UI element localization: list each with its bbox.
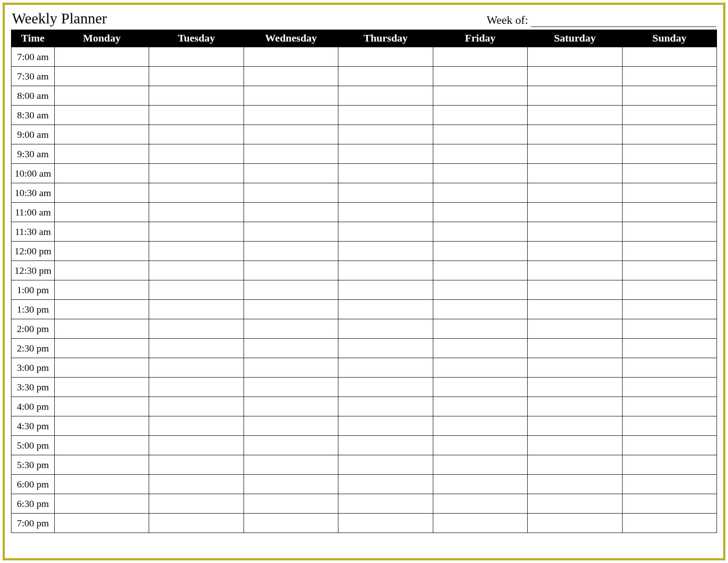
slot-cell[interactable]: [338, 416, 433, 436]
slot-cell[interactable]: [149, 416, 244, 436]
slot-cell[interactable]: [55, 416, 149, 436]
slot-cell[interactable]: [244, 397, 338, 416]
slot-cell[interactable]: [622, 242, 717, 261]
slot-cell[interactable]: [338, 125, 433, 144]
slot-cell[interactable]: [622, 86, 717, 106]
slot-cell[interactable]: [244, 86, 338, 106]
slot-cell[interactable]: [55, 397, 149, 416]
slot-cell[interactable]: [528, 358, 622, 378]
slot-cell[interactable]: [528, 67, 622, 86]
slot-cell[interactable]: [528, 203, 622, 222]
slot-cell[interactable]: [528, 514, 622, 533]
slot-cell[interactable]: [528, 242, 622, 261]
slot-cell[interactable]: [244, 455, 338, 475]
slot-cell[interactable]: [55, 242, 149, 261]
slot-cell[interactable]: [149, 106, 244, 125]
slot-cell[interactable]: [622, 300, 717, 319]
slot-cell[interactable]: [149, 67, 244, 86]
slot-cell[interactable]: [433, 455, 527, 475]
slot-cell[interactable]: [149, 300, 244, 319]
slot-cell[interactable]: [338, 86, 433, 106]
slot-cell[interactable]: [55, 514, 149, 533]
slot-cell[interactable]: [149, 280, 244, 300]
slot-cell[interactable]: [433, 378, 527, 397]
slot-cell[interactable]: [622, 455, 717, 475]
slot-cell[interactable]: [244, 494, 338, 514]
slot-cell[interactable]: [528, 86, 622, 106]
slot-cell[interactable]: [433, 164, 527, 183]
slot-cell[interactable]: [622, 416, 717, 436]
slot-cell[interactable]: [149, 86, 244, 106]
slot-cell[interactable]: [338, 319, 433, 339]
slot-cell[interactable]: [338, 397, 433, 416]
slot-cell[interactable]: [433, 106, 527, 125]
slot-cell[interactable]: [433, 67, 527, 86]
slot-cell[interactable]: [528, 416, 622, 436]
slot-cell[interactable]: [244, 280, 338, 300]
slot-cell[interactable]: [433, 494, 527, 514]
slot-cell[interactable]: [528, 106, 622, 125]
slot-cell[interactable]: [338, 300, 433, 319]
slot-cell[interactable]: [338, 164, 433, 183]
slot-cell[interactable]: [338, 67, 433, 86]
slot-cell[interactable]: [55, 436, 149, 455]
slot-cell[interactable]: [528, 300, 622, 319]
slot-cell[interactable]: [622, 261, 717, 280]
slot-cell[interactable]: [622, 67, 717, 86]
slot-cell[interactable]: [433, 125, 527, 144]
slot-cell[interactable]: [338, 47, 433, 67]
slot-cell[interactable]: [433, 47, 527, 67]
slot-cell[interactable]: [55, 86, 149, 106]
slot-cell[interactable]: [149, 514, 244, 533]
slot-cell[interactable]: [622, 397, 717, 416]
slot-cell[interactable]: [433, 242, 527, 261]
slot-cell[interactable]: [149, 222, 244, 242]
slot-cell[interactable]: [338, 514, 433, 533]
slot-cell[interactable]: [528, 494, 622, 514]
slot-cell[interactable]: [55, 280, 149, 300]
slot-cell[interactable]: [149, 455, 244, 475]
slot-cell[interactable]: [244, 67, 338, 86]
slot-cell[interactable]: [55, 455, 149, 475]
slot-cell[interactable]: [622, 514, 717, 533]
slot-cell[interactable]: [149, 125, 244, 144]
slot-cell[interactable]: [528, 144, 622, 164]
slot-cell[interactable]: [622, 222, 717, 242]
slot-cell[interactable]: [149, 436, 244, 455]
slot-cell[interactable]: [244, 261, 338, 280]
slot-cell[interactable]: [55, 378, 149, 397]
slot-cell[interactable]: [149, 183, 244, 203]
slot-cell[interactable]: [528, 475, 622, 494]
slot-cell[interactable]: [338, 358, 433, 378]
slot-cell[interactable]: [338, 106, 433, 125]
slot-cell[interactable]: [149, 358, 244, 378]
slot-cell[interactable]: [622, 125, 717, 144]
slot-cell[interactable]: [622, 47, 717, 67]
slot-cell[interactable]: [528, 222, 622, 242]
slot-cell[interactable]: [55, 358, 149, 378]
slot-cell[interactable]: [149, 378, 244, 397]
slot-cell[interactable]: [622, 183, 717, 203]
slot-cell[interactable]: [55, 183, 149, 203]
slot-cell[interactable]: [622, 106, 717, 125]
slot-cell[interactable]: [244, 378, 338, 397]
slot-cell[interactable]: [433, 222, 527, 242]
slot-cell[interactable]: [55, 164, 149, 183]
slot-cell[interactable]: [622, 203, 717, 222]
slot-cell[interactable]: [149, 319, 244, 339]
slot-cell[interactable]: [149, 47, 244, 67]
slot-cell[interactable]: [149, 397, 244, 416]
slot-cell[interactable]: [528, 261, 622, 280]
slot-cell[interactable]: [55, 300, 149, 319]
slot-cell[interactable]: [244, 319, 338, 339]
slot-cell[interactable]: [338, 436, 433, 455]
slot-cell[interactable]: [55, 203, 149, 222]
slot-cell[interactable]: [622, 280, 717, 300]
slot-cell[interactable]: [55, 106, 149, 125]
slot-cell[interactable]: [433, 280, 527, 300]
slot-cell[interactable]: [244, 183, 338, 203]
slot-cell[interactable]: [338, 242, 433, 261]
slot-cell[interactable]: [55, 222, 149, 242]
slot-cell[interactable]: [622, 475, 717, 494]
slot-cell[interactable]: [528, 436, 622, 455]
